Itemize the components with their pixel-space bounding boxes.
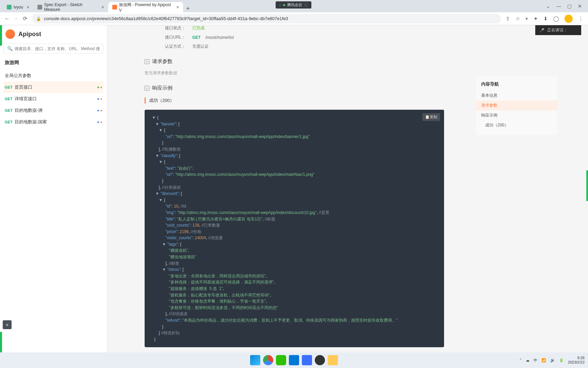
toc-item[interactable]: 成功（200） xyxy=(476,120,557,130)
maximize-button[interactable]: ▢ xyxy=(567,3,572,9)
sidebar-api-item[interactable]: GET目的地数据-洲 xyxy=(3,105,103,116)
close-icon[interactable]: × xyxy=(176,4,179,10)
system-tray[interactable]: ˄ ☁ 中 📶 🔊 🔋 9:26 2023/2/22 xyxy=(520,352,585,368)
download-icon[interactable]: ⬇ xyxy=(543,16,548,22)
search-icon: 🔍 xyxy=(7,46,13,51)
start-icon[interactable] xyxy=(250,355,260,365)
chrome-icon[interactable] xyxy=(263,355,273,365)
status-label: 接口状态： xyxy=(165,25,192,31)
main-content: 接口状态：已完成 接口URL：GET/mock/home/list 认证方式：无… xyxy=(107,25,588,368)
lock-icon: 🔒 xyxy=(36,16,41,21)
account-icon[interactable]: ◯ xyxy=(553,16,559,22)
globe-icon xyxy=(37,5,42,10)
star-icon[interactable]: ☆ xyxy=(516,16,520,22)
close-icon[interactable]: × xyxy=(27,4,29,10)
forward-button[interactable]: → xyxy=(12,16,20,22)
chevron-up-icon[interactable]: ˄ xyxy=(520,358,522,363)
brand: Apipost xyxy=(5,29,103,39)
section-request-params: ≡ 请求参数 xyxy=(145,58,444,65)
speaking-indicator: 🎤 正在讲话： xyxy=(535,25,581,35)
sidebar-api-item[interactable]: GET首页接口 xyxy=(3,81,103,93)
response-status-tab[interactable]: 成功（200） xyxy=(145,97,444,104)
copy-button[interactable]: 📋复制 xyxy=(422,113,440,121)
app-icon[interactable] xyxy=(315,355,325,365)
share-icon[interactable]: ⇪ xyxy=(506,16,510,22)
vue-icon xyxy=(7,5,12,10)
menu-icon[interactable]: ⋮ xyxy=(578,16,583,22)
sidebar-global-params[interactable]: 全局公共参数 xyxy=(3,70,103,81)
toc-item[interactable]: 响应示例 xyxy=(476,110,557,120)
sidebar-api-item[interactable]: GET目的地数据-国家 xyxy=(3,116,103,128)
meeting-app-icon[interactable] xyxy=(302,355,312,365)
toc-item[interactable]: 请求参数 xyxy=(476,101,557,110)
method-badge: GET xyxy=(192,35,201,40)
close-window-button[interactable]: ✕ xyxy=(578,3,582,9)
browser-tab-strip: lvyou × Spec Export - Sketch Measure × 旅… xyxy=(0,0,588,12)
close-icon[interactable]: × xyxy=(101,4,104,10)
project-title: 旅游网 xyxy=(5,60,103,66)
new-tab-button[interactable]: + xyxy=(183,5,193,12)
toc-panel: 内容导航 基本信息请求参数响应示例成功（200） xyxy=(476,76,557,135)
search-input[interactable] xyxy=(15,46,100,51)
wifi-icon[interactable]: 📶 xyxy=(541,358,546,363)
status-value: 已完成 xyxy=(192,25,205,31)
minimize-button[interactable]: — xyxy=(556,3,561,9)
url-path: /mock/home/list xyxy=(206,35,234,40)
browser-tab[interactable]: lvyou × xyxy=(3,2,33,12)
volume-icon[interactable]: 🔊 xyxy=(550,358,555,363)
address-bar[interactable]: 🔒 console-docs.apipost.cn/preview/c34e56… xyxy=(32,14,501,24)
toc-item[interactable]: 基本信息 xyxy=(476,91,557,101)
url-label: 接口URL： xyxy=(165,34,192,40)
back-button[interactable]: ← xyxy=(3,16,12,22)
battery-icon[interactable]: 🔋 xyxy=(559,358,564,363)
windows-taskbar[interactable] xyxy=(0,352,588,368)
section-icon: ≡ xyxy=(145,86,149,91)
extensions-icon[interactable]: ✦ xyxy=(534,16,538,22)
vscode-icon[interactable] xyxy=(289,355,299,365)
empty-placeholder: 暂无请求参数数据 xyxy=(145,70,444,76)
browser-toolbar: ← → ⟳ 🔒 console-docs.apipost.cn/preview/… xyxy=(0,12,588,25)
auth-value: 无需认证 xyxy=(192,44,209,49)
reload-button[interactable]: ⟳ xyxy=(20,15,29,22)
auth-label: 认证方式： xyxy=(165,44,192,49)
apipost-logo-icon xyxy=(5,29,15,39)
vue-ext-icon[interactable]: ▾ xyxy=(525,16,528,22)
float-toc-button[interactable]: ≡ xyxy=(3,320,12,329)
clock[interactable]: 9:26 2023/2/22 xyxy=(568,356,585,365)
chevron-down-icon[interactable]: ⌄ xyxy=(546,3,550,9)
ime-indicator[interactable]: 中 xyxy=(534,358,537,363)
wechat-icon[interactable] xyxy=(276,355,286,365)
apipost-icon xyxy=(112,5,117,10)
sidebar: Apipost 🔍 旅游网 全局公共参数 GET首页接口GET详情页接口GET目… xyxy=(0,25,107,368)
section-response-example: ≡ 响应示例 xyxy=(145,85,444,91)
sidebar-search[interactable]: 🔍 xyxy=(3,44,103,53)
browser-tab[interactable]: Spec Export - Sketch Measure × xyxy=(33,2,108,12)
explorer-icon[interactable] xyxy=(328,355,338,365)
cloud-icon[interactable]: ☁ xyxy=(526,358,529,363)
brand-name: Apipost xyxy=(18,31,41,38)
section-icon: ≡ xyxy=(145,59,149,64)
json-response-block: 📋复制 ▼ { ▼ "banner": [ ▼ { "url": "http:/… xyxy=(145,110,444,347)
toc-title: 内容导航 xyxy=(476,81,557,91)
profile-avatar[interactable] xyxy=(565,15,573,23)
browser-tab-active[interactable]: 旅游网 - Powered by Apipost V × xyxy=(108,2,183,12)
mic-icon: 🎤 xyxy=(539,28,544,33)
sidebar-api-item[interactable]: GET详情页接口 xyxy=(3,93,103,105)
tencent-meeting-badge[interactable]: ⫶腾讯会议ⓘ xyxy=(276,1,311,9)
